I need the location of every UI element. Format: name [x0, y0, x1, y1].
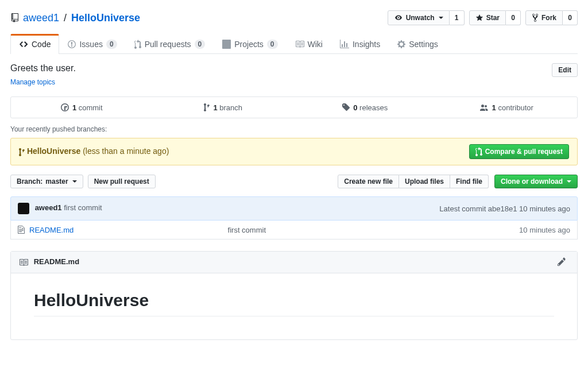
file-name-link[interactable]: README.md: [29, 226, 74, 234]
pencil-icon[interactable]: [558, 257, 566, 266]
file-icon: [18, 225, 25, 234]
tag-icon: [342, 103, 350, 112]
recent-pushed-flash: HelloUniverse (less than a minute ago) C…: [10, 138, 578, 165]
star-button[interactable]: Star: [469, 10, 506, 25]
readme-box: README.md HelloUniverse: [10, 251, 578, 340]
star-label: Star: [486, 14, 500, 22]
edit-button[interactable]: Edit: [552, 63, 578, 77]
git-pull-icon: [475, 147, 482, 156]
new-pull-request-button[interactable]: New pull request: [88, 175, 156, 188]
commit-author[interactable]: aweed1: [35, 203, 62, 212]
fork-icon: [532, 13, 539, 22]
issue-icon: [68, 40, 76, 49]
clone-label: Clone or download: [501, 177, 563, 186]
tab-pulls-label: Pull requests: [145, 40, 191, 49]
caret-down-icon: [567, 180, 571, 183]
project-icon: [222, 40, 231, 49]
branch-icon: [19, 148, 25, 157]
find-file-button[interactable]: Find file: [450, 175, 489, 188]
repo-stats: 1 commit 1 branch 0 releases 1 contribut…: [10, 96, 578, 118]
projects-count: 0: [267, 40, 278, 49]
people-icon: [479, 103, 489, 112]
fork-label: Fork: [541, 14, 556, 22]
caret-down-icon: [72, 180, 77, 183]
commit-sha[interactable]: abe18e1: [488, 204, 517, 213]
repo-tabs: Code Issues 0 Pull requests 0 Projects 0…: [10, 33, 578, 54]
pulls-count: 0: [195, 40, 206, 49]
history-icon: [61, 103, 69, 112]
tab-code[interactable]: Code: [10, 34, 59, 54]
branch-selector[interactable]: Branch: master: [10, 175, 83, 188]
owner-link[interactable]: aweed1: [23, 12, 59, 24]
path-separator: /: [64, 12, 67, 24]
latest-commit-prefix: Latest commit: [439, 204, 488, 213]
unwatch-label: Unwatch: [406, 14, 435, 22]
unwatch-button[interactable]: Unwatch: [388, 10, 450, 25]
readme-title: README.md: [34, 257, 79, 266]
manage-topics-link[interactable]: Manage topics: [10, 78, 55, 86]
tab-pulls[interactable]: Pull requests 0: [126, 34, 214, 54]
clone-download-button[interactable]: Clone or download: [494, 175, 578, 188]
graph-icon: [340, 40, 349, 49]
gear-icon: [397, 40, 405, 49]
file-commit-message[interactable]: first commit: [228, 226, 520, 234]
create-new-file-button[interactable]: Create new file: [338, 175, 399, 188]
git-pull-icon: [134, 40, 141, 49]
compare-label: Compare & pull request: [485, 148, 563, 156]
fork-button[interactable]: Fork: [525, 10, 563, 25]
repo-description: Greets the user.: [10, 63, 76, 74]
branch-icon: [204, 103, 210, 112]
stat-releases[interactable]: 0 releases: [294, 97, 436, 118]
commit-time: 10 minutes ago: [517, 204, 570, 213]
eye-icon: [394, 14, 403, 21]
stat-commits[interactable]: 1 commit: [11, 97, 153, 118]
file-row: README.md first commit 10 minutes ago: [10, 221, 578, 239]
readme-heading: HelloUniverse: [34, 291, 554, 316]
commit-message[interactable]: first commit: [64, 203, 102, 212]
pushed-branch-name: HelloUniverse: [27, 146, 80, 156]
caret-down-icon: [439, 17, 443, 19]
latest-commit-bar: aweed1 first commit Latest commit abe18e…: [10, 196, 578, 221]
star-icon: [475, 14, 483, 22]
repo-icon: [10, 13, 20, 22]
book-icon: [295, 40, 304, 49]
branch-prefix: Branch:: [17, 177, 42, 186]
fork-count[interactable]: 0: [563, 10, 578, 25]
tab-wiki-label: Wiki: [308, 40, 323, 49]
branch-current: master: [45, 177, 68, 186]
stat-branches[interactable]: 1 branch: [153, 97, 295, 118]
tab-issues[interactable]: Issues 0: [59, 34, 125, 54]
file-time: 10 minutes ago: [519, 226, 570, 234]
upload-files-button[interactable]: Upload files: [399, 175, 450, 188]
tab-insights[interactable]: Insights: [331, 34, 389, 54]
tab-settings[interactable]: Settings: [389, 34, 447, 54]
tab-projects-label: Projects: [234, 40, 264, 49]
tab-insights-label: Insights: [353, 40, 380, 49]
repo-link[interactable]: HelloUniverse: [71, 12, 140, 24]
watch-count[interactable]: 1: [450, 10, 465, 25]
compare-pull-request-button[interactable]: Compare & pull request: [469, 144, 569, 159]
tab-projects[interactable]: Projects 0: [214, 34, 286, 54]
tab-code-label: Code: [32, 40, 51, 49]
stat-contributors[interactable]: 1 contributor: [436, 97, 578, 118]
code-icon: [19, 40, 28, 49]
avatar[interactable]: [18, 203, 29, 214]
tab-wiki[interactable]: Wiki: [287, 34, 331, 54]
book-icon: [19, 258, 28, 267]
pushed-branch-time: (less than a minute ago): [83, 146, 169, 156]
tab-settings-label: Settings: [409, 40, 438, 49]
tab-issues-label: Issues: [79, 40, 102, 49]
repo-title: aweed1 / HelloUniverse: [10, 12, 140, 24]
recent-pushed-heading: Your recently pushed branches:: [10, 125, 578, 133]
star-count[interactable]: 0: [506, 10, 521, 25]
issues-count: 0: [106, 40, 117, 49]
